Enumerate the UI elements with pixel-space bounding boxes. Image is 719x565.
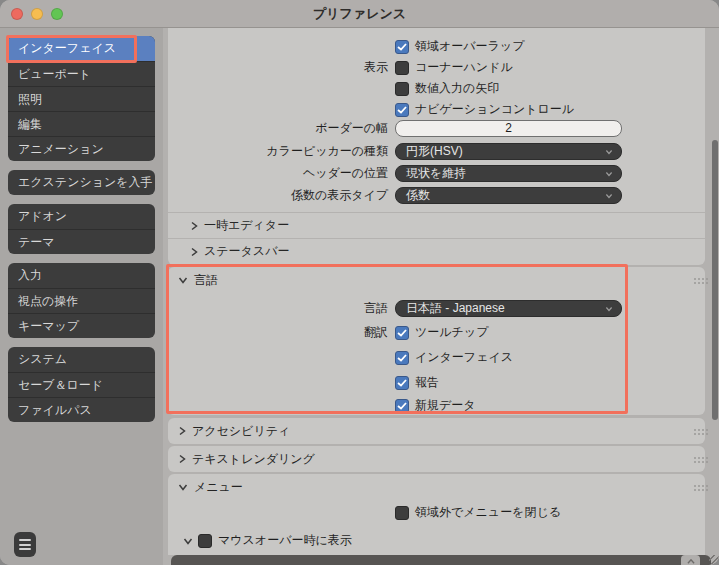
pref-row-corner-handles: 表示 コーナーハンドル [168,59,705,76]
row-label: 翻訳 [168,324,388,341]
row-label: カラーピッカーの種類 [168,143,388,160]
checkbox-new-data[interactable] [395,399,409,413]
checkbox-label: マウスオーバー時に表示 [218,532,352,549]
panel-language-header[interactable]: 言語 [168,267,705,293]
checkbox-label: 数値入力の矢印 [415,80,499,97]
subpanel-open-on-mouseover[interactable]: マウスオーバー時に表示 [168,532,705,549]
panel-interface-body: 領域オーバーラップ 表示 コーナーハンドル 数値入力の矢印 ナビゲーションコント… [168,28,705,265]
row-label: ヘッダーの位置 [168,165,388,182]
checkbox-region-overlap[interactable] [395,40,409,54]
chevron-right-icon [190,221,198,231]
scroll-up-button[interactable] [681,555,700,565]
sidebar-group-input: 入力 視点の操作 キーマップ [8,263,155,338]
panel-accessibility: アクセシビリティ [168,418,705,444]
drag-grip-icon[interactable] [694,278,696,280]
chevron-down-icon [178,483,188,491]
preferences-content: 領域オーバーラップ 表示 コーナーハンドル 数値入力の矢印 ナビゲーションコント… [163,28,719,565]
pref-row-translate-tooltips: 翻訳 ツールチップ [168,324,705,341]
sidebar-item-lights[interactable]: 照明 [8,86,155,111]
pref-row-close-menus: 領域外でメニューを閉じる [168,504,705,521]
scrollbar-thumb[interactable] [712,140,718,420]
panel-accessibility-header[interactable]: アクセシビリティ [168,418,705,444]
chevron-right-icon [178,426,186,436]
sidebar-group-extensions: エクステンションを入手 [8,170,155,195]
checkbox-interface[interactable] [395,351,409,365]
sidebar-item-get-extensions[interactable]: エクステンションを入手 [8,170,155,195]
pref-row-navigation-controls: ナビゲーションコントロール [168,101,705,118]
pref-row-number-arrows: 数値入力の矢印 [168,80,705,97]
checkbox-reports[interactable] [395,376,409,390]
sidebar-item-navigation[interactable]: 視点の操作 [8,288,155,313]
sidebar-item-viewport[interactable]: ビューポート [8,61,155,86]
factor-display-type-select[interactable]: 係数 [395,187,622,204]
checkbox-label: 領域オーバーラップ [415,38,524,55]
chevron-right-icon [178,454,186,464]
minimize-window-icon[interactable] [31,8,43,20]
pref-row-color-picker-type: カラーピッカーの種類 円形(HSV) [168,143,705,160]
pref-row-translate-reports: 報告 [168,374,705,391]
window-resize-grip[interactable] [709,555,719,565]
drag-grip-icon[interactable] [694,485,696,487]
header-position-select[interactable]: 現状を維持 [395,165,622,182]
sidebar-item-themes[interactable]: テーマ [8,229,155,254]
subpanel-temp-editors[interactable]: 一時エディター [168,212,705,238]
sidebar-item-animation[interactable]: アニメーション [8,136,155,161]
pref-row-border-width: ボーダーの幅 2 [168,120,705,137]
panel-text-rendering-header[interactable]: テキストレンダリング [168,446,705,472]
pref-row-header-position: ヘッダーの位置 現状を維持 [168,165,705,182]
sidebar-item-editing[interactable]: 編集 [8,111,155,136]
select-value: 現状を維持 [406,166,466,180]
close-window-icon[interactable] [11,8,23,20]
drag-grip-icon[interactable] [694,429,696,431]
subpanel-title: ステータスバー [204,243,289,260]
checkbox-label: 領域外でメニューを閉じる [415,504,561,521]
select-value: 円形(HSV) [406,144,463,158]
sidebar-item-save-load[interactable]: セーブ＆ロード [8,372,155,397]
sidebar: インターフェイス ビューポート 照明 編集 アニメーション エクステンションを入… [0,28,163,565]
panel-menus: メニュー 領域外でメニューを閉じる マウスオーバー時に表示 [168,474,705,555]
chevron-down-icon [605,171,613,177]
row-label: 言語 [168,300,388,317]
row-label: 表示 [168,59,388,76]
border-width-field[interactable]: 2 [395,120,622,137]
checkbox-navigation-controls[interactable] [395,103,409,117]
pref-row-translate-new-data: 新規データ [168,397,705,414]
check-icon [397,329,407,337]
sidebar-item-interface[interactable]: インターフェイス [8,36,155,61]
sidebar-item-input[interactable]: 入力 [8,263,155,288]
next-panel-header-partial[interactable] [171,555,711,565]
subpanel-title: 一時エディター [204,217,289,234]
pref-row-factor-display: 係数の表示タイプ 係数 [168,187,705,204]
checkbox-number-arrows[interactable] [395,82,409,96]
sidebar-item-file-paths[interactable]: ファイルパス [8,397,155,422]
chevron-down-icon [605,149,613,155]
panel-language: 言語 言語 日本語 - Japanese 翻訳 ツールチップ [168,267,705,415]
language-select[interactable]: 日本語 - Japanese [395,300,622,317]
pref-row-translate-interface: インターフェイス [168,349,705,366]
sidebar-item-system[interactable]: システム [8,347,155,372]
checkbox-label: 報告 [415,374,439,391]
chevron-down-icon [605,306,613,312]
preferences-menu-button[interactable] [14,532,36,557]
window-title: プリファレンス [313,5,406,23]
chevron-right-icon [190,247,198,257]
checkbox-open-on-mouseover[interactable] [198,534,212,548]
checkbox-corner-handles[interactable] [395,61,409,75]
row-label: ボーダーの幅 [168,120,388,137]
chevron-up-icon [686,558,696,565]
maximize-window-icon[interactable] [51,8,63,20]
checkbox-tooltips[interactable] [395,326,409,340]
sidebar-item-keymap[interactable]: キーマップ [8,313,155,338]
chevron-down-icon [183,537,193,545]
checkbox-close-menus-outside[interactable] [395,506,409,520]
sidebar-group-addons: アドオン テーマ [8,204,155,254]
check-icon [397,43,407,51]
panel-menus-header[interactable]: メニュー [168,474,705,500]
subpanel-status-bar[interactable]: ステータスバー [168,238,705,264]
sidebar-item-addons[interactable]: アドオン [8,204,155,229]
chevron-down-icon [605,193,613,199]
drag-grip-icon[interactable] [694,457,696,459]
panel-title: アクセシビリティ [192,423,290,440]
color-picker-type-select[interactable]: 円形(HSV) [395,143,622,160]
chevron-down-icon [178,276,188,284]
